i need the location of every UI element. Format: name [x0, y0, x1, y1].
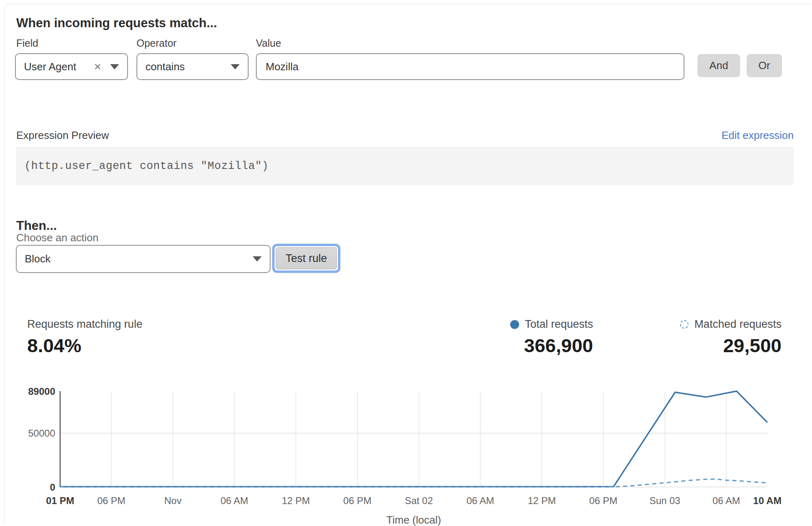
chevron-down-icon [253, 256, 262, 262]
total-requests-label: Total requests [525, 318, 593, 331]
field-select-value: User Agent [24, 61, 94, 73]
page-title: When incoming requests match... [16, 16, 217, 30]
chart-x-tick-label: 12 PM [528, 495, 556, 506]
chart-x-tick-label: 06 AM [466, 495, 494, 506]
test-rule-focus-ring: Test rule [272, 244, 340, 273]
expression-code: (http.user_agent contains "Mozilla") [24, 160, 269, 172]
choose-action-label: Choose an action [16, 232, 98, 244]
total-requests-dot-icon [510, 320, 519, 329]
chart-x-tick-label: 10 AM [753, 495, 782, 506]
requests-time-series-chart: 8900050000001 PM06 PMNov06 AM12 PM06 PMS… [0, 382, 812, 526]
chart-x-tick-label: 01 PM [46, 495, 74, 506]
chevron-down-icon [231, 64, 240, 69]
matched-requests-value: 29,500 [723, 334, 782, 357]
matched-requests-label: Matched requests [694, 318, 782, 331]
chart-x-tick-label: Nov [164, 495, 182, 506]
chart-x-tick-label: Sun 03 [650, 495, 680, 506]
action-select[interactable]: Block [16, 245, 271, 273]
matched-requests-dashed-circle-icon [680, 320, 689, 329]
edit-expression-link[interactable]: Edit expression [721, 129, 794, 142]
total-requests-stat: Total requests 366,900 [510, 318, 593, 357]
chart-y-tick-label: 0 [50, 482, 55, 493]
matching-rule-label: Requests matching rule [27, 318, 143, 331]
test-rule-button[interactable]: Test rule [276, 247, 337, 269]
chart-x-tick-label: 06 AM [221, 495, 248, 506]
or-button[interactable]: Or [747, 54, 782, 77]
expression-preview-label: Expression Preview [16, 129, 109, 142]
operator-label: Operator [136, 37, 177, 49]
value-label: Value [256, 37, 281, 49]
chart-x-tick-label: 06 PM [343, 495, 371, 506]
operator-select[interactable]: contains [136, 53, 249, 80]
chart-x-axis-title: Time (local) [386, 514, 441, 526]
then-heading: Then... [16, 219, 57, 233]
and-button[interactable]: And [697, 54, 740, 77]
total-requests-value: 366,900 [524, 334, 593, 357]
value-input[interactable] [256, 53, 684, 80]
matching-rule-value: 8.04% [27, 334, 143, 357]
action-select-value: Block [25, 253, 253, 265]
firewall-rule-editor-page: { "rule_builder": { "heading": "When inc… [0, 0, 812, 526]
chart-y-tick-label: 50000 [28, 428, 55, 439]
clear-field-icon[interactable]: × [94, 61, 101, 73]
operator-select-value: contains [145, 61, 231, 73]
matched-requests-stat: Matched requests 29,500 [680, 318, 782, 357]
chart-y-tick-label: 89000 [28, 386, 55, 397]
matching-rule-stat: Requests matching rule 8.04% [27, 318, 143, 357]
chevron-down-icon [110, 64, 119, 69]
chart-series-total-requests [60, 391, 767, 487]
chart-x-tick-label: 06 AM [712, 495, 740, 506]
field-label: Field [16, 37, 38, 49]
field-select[interactable]: User Agent × [15, 53, 128, 80]
chart-x-tick-label: 12 PM [282, 495, 310, 506]
chart-x-tick-label: 06 PM [589, 495, 617, 506]
chart-series-matched-requests [60, 479, 767, 487]
chart-x-tick-label: 06 PM [97, 495, 125, 506]
expression-preview-box: (http.user_agent contains "Mozilla") [16, 147, 794, 185]
chart-x-tick-label: Sat 02 [405, 495, 433, 506]
